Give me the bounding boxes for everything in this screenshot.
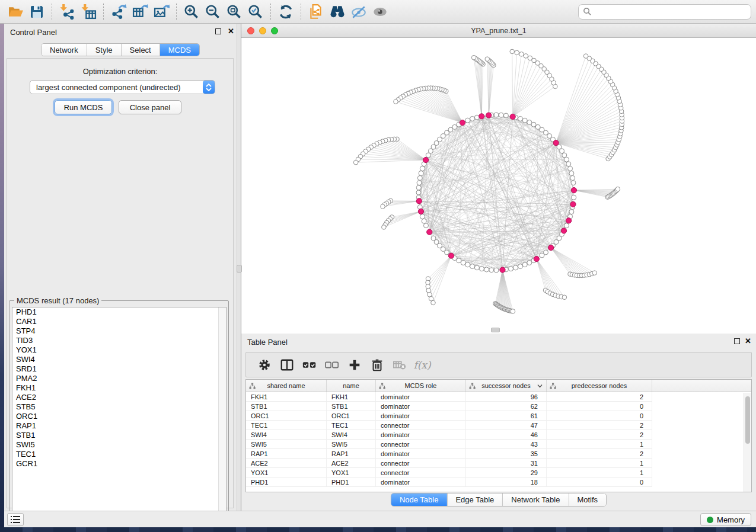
table-scrollbar[interactable]: [744, 393, 751, 492]
table-row[interactable]: STB1STB1dominator620: [246, 402, 751, 411]
cell-shared-name: TEC1: [246, 421, 327, 430]
mcds-result-list[interactable]: PHD1CAR1STP4TID3YOX1SWI4SRD1PMA2FKH1ACE2…: [12, 307, 227, 518]
mcds-result-item[interactable]: SRD1: [12, 364, 226, 374]
table-row[interactable]: SWI4SWI4dominator462: [246, 430, 751, 440]
cell-mcds-role: dominator: [376, 449, 466, 459]
zoom-fit-icon[interactable]: [224, 2, 245, 22]
vertical-splitter-handle[interactable]: [237, 265, 242, 273]
mcds-result-item[interactable]: YOX1: [12, 345, 226, 355]
copy-network-icon[interactable]: [305, 2, 327, 22]
zoom-in-icon[interactable]: [181, 2, 202, 22]
toolbar-separator: [52, 4, 52, 20]
close-panel-icon[interactable]: ✕: [228, 27, 234, 36]
import-network-icon[interactable]: [56, 2, 78, 22]
list-scrollbar[interactable]: [218, 307, 226, 518]
tab-mcds[interactable]: MCDS: [160, 44, 199, 56]
mcds-result-item[interactable]: TID3: [12, 336, 226, 345]
export-network-icon[interactable]: [108, 2, 129, 22]
cell-name: STB1: [327, 402, 376, 411]
toolbar-separator: [176, 4, 177, 20]
tab-network[interactable]: Network: [42, 44, 87, 56]
tab-network-table[interactable]: Network Table: [502, 493, 568, 506]
hide-columns-icon[interactable]: [321, 354, 343, 376]
search-icon: [583, 7, 592, 16]
float-panel-icon[interactable]: [215, 28, 221, 34]
column-header-shared-name[interactable]: shared name: [246, 380, 327, 392]
tab-edge-table[interactable]: Edge Table: [446, 493, 502, 506]
import-table-icon[interactable]: [78, 2, 99, 22]
zoom-selected-icon[interactable]: [245, 2, 266, 22]
export-table-icon[interactable]: [129, 2, 151, 22]
mcds-result-item[interactable]: CAR1: [12, 317, 226, 326]
control-panel-title: Control Panel: [10, 28, 57, 37]
scrollbar-thumb[interactable]: [745, 396, 750, 444]
add-column-icon[interactable]: [343, 354, 366, 376]
show-columns-icon[interactable]: [298, 354, 321, 376]
network-title: YPA_prune.txt_1: [241, 27, 756, 35]
zoom-out-icon[interactable]: [202, 2, 224, 22]
float-panel-icon[interactable]: [734, 338, 740, 344]
tab-select[interactable]: Select: [121, 44, 160, 56]
table-row[interactable]: ACE2ACE2connector311: [246, 459, 751, 468]
table-row[interactable]: PHD1PHD1dominator180: [246, 477, 751, 487]
tab-style[interactable]: Style: [87, 44, 121, 56]
status-bar: Memory: [4, 511, 756, 527]
mcds-result-item[interactable]: GCR1: [12, 459, 226, 469]
open-file-icon[interactable]: [5, 2, 26, 22]
search-network-icon[interactable]: [327, 2, 348, 22]
dropdown-arrows-icon: [203, 81, 215, 94]
column-header-successor-nodes[interactable]: successor nodes: [466, 380, 547, 392]
tab-motifs[interactable]: Motifs: [568, 493, 606, 506]
tab-node-table[interactable]: Node Table: [391, 493, 447, 506]
column-header-name[interactable]: name: [327, 380, 376, 392]
network-titlebar[interactable]: YPA_prune.txt_1: [241, 24, 756, 38]
table-row[interactable]: TEC1TEC1connector472: [246, 421, 751, 430]
memory-label: Memory: [717, 515, 745, 524]
table-row[interactable]: SWI5SWI5connector431: [246, 440, 751, 449]
mcds-result-item[interactable]: PHD1: [12, 307, 226, 317]
cell-shared-name: STB1: [246, 402, 327, 411]
refresh-icon[interactable]: [275, 2, 296, 22]
mcds-result-item[interactable]: FKH1: [12, 383, 226, 393]
save-icon[interactable]: [26, 2, 47, 22]
mcds-panel: Optimization criterion: largest connecte…: [7, 58, 234, 508]
mcds-result-item[interactable]: ACE2: [12, 393, 226, 402]
cell-successor-nodes: 31: [466, 459, 547, 468]
table-row[interactable]: RAP1RAP1dominator352: [246, 449, 751, 459]
table-row[interactable]: YOX1YOX1connector291: [246, 468, 751, 477]
export-image-icon[interactable]: [151, 2, 172, 22]
cell-predecessor-nodes: 1: [547, 468, 652, 477]
mcds-result-item[interactable]: TEC1: [12, 450, 226, 459]
cell-name: PHD1: [327, 477, 376, 487]
cell-successor-nodes: 96: [466, 392, 547, 402]
close-panel-button[interactable]: Close panel: [119, 100, 181, 114]
column-header-predecessor-nodes[interactable]: predecessor nodes: [547, 380, 652, 392]
memory-button[interactable]: Memory: [700, 513, 751, 526]
mcds-result-item[interactable]: STB5: [12, 402, 226, 412]
close-panel-icon[interactable]: ✕: [745, 336, 751, 345]
horizontal-splitter-handle[interactable]: [491, 328, 500, 332]
criterion-dropdown[interactable]: largest connected component (undirected): [30, 80, 215, 94]
mcds-result-item[interactable]: STP4: [12, 326, 226, 336]
cell-predecessor-nodes: 2: [547, 421, 652, 430]
column-panel-icon[interactable]: [276, 354, 298, 376]
mcds-result-item[interactable]: ORC1: [12, 412, 226, 421]
show-all-icon[interactable]: [369, 2, 391, 22]
task-list-icon[interactable]: [7, 513, 24, 526]
table-row[interactable]: FKH1FKH1dominator962: [246, 392, 751, 402]
hide-selected-icon[interactable]: [348, 2, 369, 22]
mcds-result-item[interactable]: RAP1: [12, 421, 226, 431]
table-row[interactable]: ORC1ORC1dominator610: [246, 411, 751, 421]
run-mcds-button[interactable]: Run MCDS: [55, 100, 112, 114]
table-header-row: shared namenameMCDS rolesuccessor nodesp…: [246, 380, 751, 392]
mcds-result-item[interactable]: SWI4: [12, 355, 226, 364]
mcds-result-item[interactable]: SWI5: [12, 440, 226, 450]
column-header-mcds-role[interactable]: MCDS role: [376, 380, 466, 392]
delete-column-icon[interactable]: [366, 354, 388, 376]
table-settings-icon[interactable]: [253, 354, 276, 376]
search-input[interactable]: [595, 7, 747, 16]
cell-mcds-role: dominator: [376, 402, 466, 411]
network-canvas[interactable]: [241, 38, 756, 334]
mcds-result-item[interactable]: STB1: [12, 431, 226, 440]
mcds-result-item[interactable]: PMA2: [12, 374, 226, 383]
